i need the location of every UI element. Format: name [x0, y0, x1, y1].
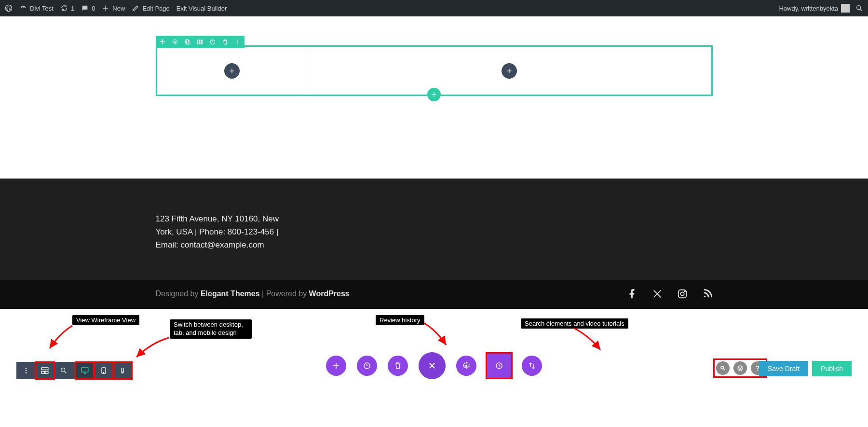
tablet-view-button[interactable]	[94, 362, 113, 379]
svg-rect-20	[41, 372, 44, 374]
more-icon[interactable]	[234, 38, 242, 46]
power-icon[interactable]	[209, 38, 217, 46]
import-export-button[interactable]	[522, 356, 542, 376]
facebook-icon[interactable]	[627, 289, 637, 299]
credits-mid: | Powered by	[260, 289, 309, 298]
svg-point-18	[25, 372, 27, 373]
credits-theme[interactable]: Elegant Themes	[201, 289, 260, 298]
column-2[interactable]	[307, 47, 711, 95]
credits-prefix: Designed by	[156, 289, 201, 298]
gear-icon[interactable]	[171, 38, 179, 46]
new-label: New	[112, 5, 125, 12]
svg-rect-23	[81, 368, 88, 372]
pencil-icon	[132, 4, 139, 12]
exit-visual-builder[interactable]: Exit Visual Builder	[176, 5, 227, 12]
publish-controls: Save Draft Publish	[759, 361, 852, 376]
search-icon[interactable]	[855, 4, 863, 12]
trash-icon[interactable]	[221, 38, 229, 46]
add-section-button[interactable]	[427, 88, 441, 101]
site-name-link[interactable]: Divi Test	[19, 4, 54, 12]
arrow-search	[571, 326, 605, 352]
page-footer: 123 Fifth Avenue, NY 10160, New York, US…	[0, 179, 868, 281]
add-module-button[interactable]	[502, 63, 517, 79]
admin-bar-right: Howdy, writtenbyekta	[779, 4, 863, 13]
desktop-view-button[interactable]	[75, 362, 94, 379]
find-button[interactable]	[716, 361, 730, 375]
settings-button[interactable]	[456, 356, 476, 376]
svg-rect-21	[45, 372, 48, 374]
howdy-label: Howdy, writtenbyekta	[779, 5, 838, 12]
mobile-view-button[interactable]	[113, 362, 132, 379]
power-button[interactable]	[357, 356, 377, 376]
add-module-button[interactable]	[224, 63, 240, 79]
history-button[interactable]	[487, 354, 511, 378]
updates-link[interactable]: 1	[60, 4, 74, 12]
save-draft-button[interactable]: Save Draft	[759, 361, 808, 376]
svg-point-2	[174, 41, 176, 43]
zoom-view-icon[interactable]	[54, 362, 73, 379]
annot-wireframe: View Wireframe View	[72, 315, 139, 325]
svg-point-29	[465, 365, 468, 367]
svg-point-14	[684, 291, 685, 292]
layers-button[interactable]	[733, 361, 747, 375]
comments-link[interactable]: 0	[81, 4, 95, 12]
annot-search: Search elements and video tutorials	[521, 318, 628, 329]
more-views-icon[interactable]	[16, 362, 35, 379]
new-content-link[interactable]: New	[102, 4, 125, 12]
annot-history: Review history	[376, 315, 424, 325]
svg-point-25	[103, 372, 104, 372]
wireframe-view-button[interactable]	[35, 362, 54, 379]
columns-icon[interactable]	[196, 38, 204, 46]
svg-point-13	[680, 292, 684, 295]
annot-device: Switch between desktop, tab, and mobile …	[170, 319, 252, 339]
builder-canvas	[0, 16, 868, 96]
refresh-icon	[60, 4, 68, 12]
rss-icon[interactable]	[702, 289, 713, 299]
svg-point-27	[122, 372, 123, 372]
svg-rect-3	[185, 40, 189, 43]
social-links	[627, 289, 713, 299]
publish-button[interactable]: Publish	[812, 361, 852, 376]
svg-rect-19	[41, 368, 48, 370]
howdy-link[interactable]: Howdy, writtenbyekta	[779, 4, 850, 13]
arrow-history	[422, 321, 451, 347]
meter-icon	[19, 4, 27, 12]
sub-footer: Designed by Elegant Themes | Powered by …	[0, 280, 868, 309]
credits-platform[interactable]: WordPress	[309, 289, 350, 298]
comments-count: 0	[92, 5, 95, 12]
plus-icon	[102, 4, 109, 12]
exit-vb-label: Exit Visual Builder	[176, 5, 227, 12]
wordpress-icon[interactable]	[5, 4, 13, 12]
svg-rect-7	[201, 40, 202, 44]
updates-count: 1	[71, 5, 74, 12]
avatar	[841, 4, 850, 13]
arrow-device	[133, 335, 171, 359]
x-twitter-icon[interactable]	[652, 289, 663, 299]
help-controls: ?	[715, 360, 766, 376]
svg-point-11	[237, 43, 238, 44]
instagram-icon[interactable]	[677, 289, 688, 299]
admin-bar-left: Divi Test 1 0 New Edit Page Exit Visual …	[5, 4, 227, 12]
trash-button[interactable]	[388, 356, 408, 376]
wp-admin-bar: Divi Test 1 0 New Edit Page Exit Visual …	[0, 0, 868, 16]
edit-page-link[interactable]: Edit Page	[132, 4, 169, 12]
svg-point-10	[237, 41, 238, 42]
svg-rect-5	[197, 40, 199, 44]
svg-rect-6	[199, 40, 201, 44]
svg-point-17	[25, 370, 27, 372]
close-builder-button[interactable]	[419, 352, 446, 379]
arrow-wireframe	[46, 323, 75, 352]
site-name: Divi Test	[30, 5, 54, 12]
add-button[interactable]	[326, 356, 346, 376]
svg-point-16	[25, 368, 27, 369]
section-outline[interactable]	[156, 45, 713, 96]
comment-icon	[81, 4, 89, 12]
duplicate-icon[interactable]	[184, 38, 191, 46]
footer-contact-text: 123 Fifth Avenue, NY 10160, New York, US…	[156, 212, 281, 252]
move-icon[interactable]	[159, 38, 166, 46]
svg-point-9	[237, 40, 238, 41]
svg-rect-4	[186, 41, 190, 44]
svg-point-1	[857, 6, 861, 10]
svg-point-15	[704, 296, 705, 298]
column-1[interactable]	[157, 47, 307, 95]
